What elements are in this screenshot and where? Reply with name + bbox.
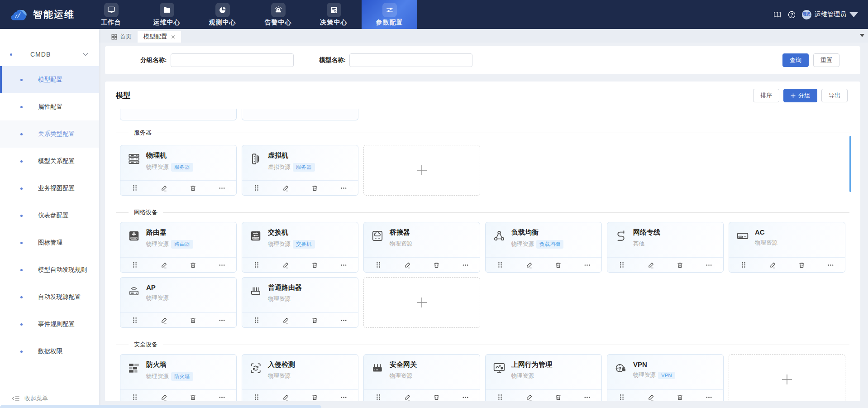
delete-icon[interactable]: [300, 313, 329, 327]
drag-handle-icon[interactable]: [242, 313, 271, 327]
sidebar-item-事件规则配置[interactable]: 事件规则配置: [0, 311, 99, 338]
delete-icon[interactable]: [300, 390, 329, 401]
delete-icon[interactable]: [300, 258, 329, 272]
delete-icon[interactable]: [422, 258, 451, 272]
drag-handle-icon[interactable]: [486, 390, 515, 401]
drag-handle-icon[interactable]: [486, 258, 515, 272]
nav-item-告警中心[interactable]: 告警中心: [250, 0, 306, 29]
delete-icon[interactable]: [178, 181, 207, 195]
book-icon[interactable]: [773, 10, 782, 19]
model-card-body: AC物理资源: [729, 222, 845, 257]
group-name-input[interactable]: [171, 53, 294, 67]
drag-handle-icon[interactable]: [242, 390, 271, 401]
add-model-card[interactable]: [363, 145, 480, 196]
delete-icon[interactable]: [544, 258, 572, 272]
edit-icon[interactable]: [271, 258, 300, 272]
model-name-input[interactable]: [349, 53, 472, 67]
sidebar-item-模型自动发现规则[interactable]: 模型自动发现规则: [0, 256, 99, 283]
edit-icon[interactable]: [271, 181, 300, 195]
delete-icon[interactable]: [178, 390, 207, 401]
delete-icon[interactable]: [300, 181, 329, 195]
drag-handle-icon[interactable]: [120, 258, 149, 272]
add-model-card[interactable]: [363, 277, 480, 328]
drag-handle-icon[interactable]: [242, 181, 271, 195]
more-icon[interactable]: [207, 313, 236, 327]
drag-handle-icon[interactable]: [364, 258, 393, 272]
user-menu[interactable]: 理员 运维管理员: [802, 10, 858, 19]
edit-icon[interactable]: [149, 313, 178, 327]
nav-item-icon-tile: [104, 3, 119, 17]
more-icon[interactable]: [572, 390, 601, 401]
tab-首页[interactable]: 首页: [105, 31, 138, 43]
drag-handle-icon[interactable]: [607, 258, 636, 272]
nav-item-参数配置[interactable]: 参数配置: [362, 0, 417, 29]
more-icon[interactable]: [694, 390, 723, 401]
edit-icon[interactable]: [149, 181, 178, 195]
add-group-button[interactable]: 分组: [783, 89, 817, 102]
nav-item-运维中心[interactable]: 运维中心: [139, 0, 195, 29]
close-icon[interactable]: [170, 35, 175, 39]
more-icon[interactable]: [329, 258, 358, 272]
edit-icon[interactable]: [636, 390, 665, 401]
drag-handle-icon[interactable]: [120, 313, 149, 327]
tab-模型配置[interactable]: 模型配置: [138, 31, 181, 43]
delete-icon[interactable]: [544, 390, 572, 401]
more-icon[interactable]: [451, 258, 480, 272]
sidebar-item-自动发现源配置[interactable]: 自动发现源配置: [0, 283, 99, 311]
sidebar-item-模型配置[interactable]: 模型配置: [0, 66, 99, 93]
edit-icon[interactable]: [271, 390, 300, 401]
more-icon[interactable]: [694, 258, 723, 272]
delete-icon[interactable]: [178, 313, 207, 327]
sort-button[interactable]: 排序: [753, 89, 779, 102]
delete-icon[interactable]: [665, 258, 694, 272]
query-button[interactable]: 查询: [782, 53, 809, 67]
nav-item-决策中心[interactable]: 决策中心: [306, 0, 362, 29]
more-icon[interactable]: [572, 258, 601, 272]
delete-icon[interactable]: [178, 258, 207, 272]
tab-overflow-caret-icon[interactable]: [860, 34, 864, 37]
vertical-scrollbar-thumb[interactable]: [849, 136, 851, 192]
edit-icon[interactable]: [271, 313, 300, 327]
more-icon[interactable]: [329, 181, 358, 195]
help-icon[interactable]: [787, 10, 796, 19]
sidebar-item-数据权限[interactable]: 数据权限: [0, 338, 99, 365]
edit-icon[interactable]: [515, 390, 544, 401]
drag-handle-icon[interactable]: [120, 390, 149, 401]
add-model-card[interactable]: [729, 354, 845, 401]
sidebar-item-图标管理[interactable]: 图标管理: [0, 229, 99, 256]
nav-item-工作台[interactable]: 工作台: [83, 0, 139, 29]
sidebar-item-关系类型配置[interactable]: 关系类型配置: [0, 120, 99, 148]
more-icon[interactable]: [451, 390, 480, 401]
more-icon[interactable]: [207, 258, 236, 272]
sidebar-item-模型关系配置[interactable]: 模型关系配置: [0, 148, 99, 175]
more-icon[interactable]: [329, 390, 358, 401]
more-icon[interactable]: [816, 258, 845, 272]
sidebar-item-仪表盘配置[interactable]: 仪表盘配置: [0, 202, 99, 229]
collapse-menu-button[interactable]: 收起菜单: [12, 394, 48, 403]
sidebar-group-cmdb[interactable]: CMDB: [0, 43, 99, 66]
export-button[interactable]: 导出: [821, 89, 848, 102]
delete-icon[interactable]: [422, 390, 451, 401]
more-icon[interactable]: [329, 313, 358, 327]
more-icon[interactable]: [207, 181, 236, 195]
reset-button[interactable]: 重置: [813, 53, 839, 67]
edit-icon[interactable]: [636, 258, 665, 272]
delete-icon[interactable]: [787, 258, 816, 272]
sidebar-item-属性配置[interactable]: 属性配置: [0, 93, 99, 120]
drag-handle-icon[interactable]: [364, 390, 393, 401]
drag-handle-icon[interactable]: [729, 258, 758, 272]
delete-icon[interactable]: [665, 390, 694, 401]
edit-icon[interactable]: [149, 390, 178, 401]
drag-handle-icon[interactable]: [120, 181, 149, 195]
nav-item-观测中心[interactable]: 观测中心: [195, 0, 250, 29]
more-icon[interactable]: [207, 390, 236, 401]
sidebar-item-label: 关系类型配置: [38, 130, 75, 138]
sidebar-item-业务视图配置[interactable]: 业务视图配置: [0, 175, 99, 202]
edit-icon[interactable]: [393, 258, 422, 272]
drag-handle-icon[interactable]: [242, 258, 271, 272]
edit-icon[interactable]: [149, 258, 178, 272]
edit-icon[interactable]: [758, 258, 787, 272]
drag-handle-icon[interactable]: [607, 390, 636, 401]
edit-icon[interactable]: [393, 390, 422, 401]
edit-icon[interactable]: [515, 258, 544, 272]
